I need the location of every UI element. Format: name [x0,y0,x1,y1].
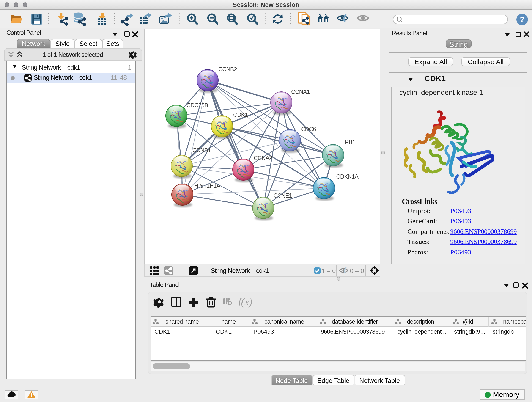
svg-text:CDC6: CDC6 [301,126,316,132]
svg-text:CDC25B: CDC25B [186,102,208,108]
svg-text:HIST1H1A: HIST1H1A [194,182,220,189]
svg-text:CCNE1: CCNE1 [273,192,292,198]
svg-text:CCNA2: CCNA2 [254,154,272,161]
svg-text:CCNB1: CCNB1 [192,147,211,153]
svg-text:0 – 0: 0 – 0 [350,267,364,274]
svg-text:?: ? [520,15,525,24]
svg-text:RB1: RB1 [345,139,355,145]
svg-text:f(x): f(x) [238,296,252,307]
svg-text:CDKN1A: CDKN1A [336,173,359,179]
svg-text:CCNA1: CCNA1 [291,88,310,95]
svg-text:CDK1: CDK1 [233,111,248,118]
svg-text:1 – 0: 1 – 0 [322,267,336,274]
svg-text:CCNB2: CCNB2 [218,66,237,72]
svg-text:String Network – cdk1: String Network – cdk1 [211,267,269,274]
